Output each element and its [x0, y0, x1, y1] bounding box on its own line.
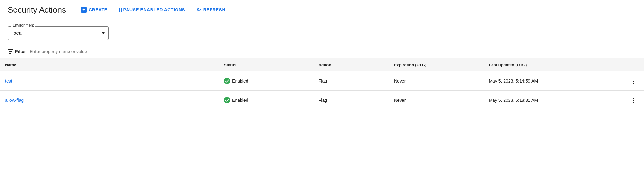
table-row: allow-flag Enabled FlagNeverMay 5, 2023,…	[0, 91, 644, 110]
cell-expiration: Never	[389, 91, 484, 110]
enabled-icon	[224, 78, 230, 84]
filter-input[interactable]	[30, 49, 636, 54]
filter-label: Filter	[15, 49, 26, 54]
refresh-icon: ↻	[196, 6, 201, 13]
cell-last-updated: May 5, 2023, 5:18:31 AM	[484, 91, 623, 110]
col-header-actions	[623, 58, 644, 71]
cell-name: test	[0, 71, 219, 91]
create-button[interactable]: + CREATE	[76, 4, 113, 15]
header-actions: + CREATE PAUSE ENABLED ACTIONS ↻ REFRESH	[76, 4, 230, 16]
refresh-button[interactable]: ↻ REFRESH	[191, 4, 230, 16]
environment-select-wrapper: Environment local production staging	[8, 26, 109, 40]
row-name-link[interactable]: allow-flag	[5, 98, 24, 103]
col-header-last-updated[interactable]: Last updated (UTC) ↑	[484, 58, 623, 71]
create-label: CREATE	[89, 7, 108, 12]
cell-status: Enabled	[219, 91, 313, 110]
row-name-link[interactable]: test	[5, 78, 12, 83]
refresh-label: REFRESH	[203, 7, 225, 12]
page-header: Security Actions + CREATE PAUSE ENABLED …	[0, 0, 644, 20]
cell-more-options: ⋮	[623, 71, 644, 91]
table-row: test Enabled FlagNeverMay 5, 2023, 5:14:…	[0, 71, 644, 91]
create-icon: +	[81, 7, 87, 13]
cell-expiration: Never	[389, 71, 484, 91]
cell-action: Flag	[313, 91, 389, 110]
table-wrapper: Name Status Action Expiration (UTC) Last…	[0, 58, 644, 110]
cell-name: allow-flag	[0, 91, 219, 110]
environment-select[interactable]: local production staging	[8, 26, 109, 40]
cell-action: Flag	[313, 71, 389, 91]
filter-icon	[8, 49, 13, 54]
filter-section: Filter	[0, 45, 644, 58]
table-header-row: Name Status Action Expiration (UTC) Last…	[0, 58, 644, 71]
pause-label: PAUSE ENABLED ACTIONS	[123, 7, 185, 12]
col-header-name: Name	[0, 58, 219, 71]
cell-more-options: ⋮	[623, 91, 644, 110]
page-title: Security Actions	[8, 5, 66, 15]
col-header-expiration: Expiration (UTC)	[389, 58, 484, 71]
col-header-action: Action	[313, 58, 389, 71]
pause-button[interactable]: PAUSE ENABLED ACTIONS	[114, 5, 190, 15]
more-options-button[interactable]: ⋮	[628, 95, 639, 105]
environment-section: Environment local production staging	[0, 20, 644, 45]
filter-label-wrapper[interactable]: Filter	[8, 49, 26, 54]
status-label: Enabled	[232, 78, 248, 83]
enabled-icon	[224, 97, 230, 103]
col-header-status: Status	[219, 58, 313, 71]
status-label: Enabled	[232, 98, 248, 103]
security-actions-table: Name Status Action Expiration (UTC) Last…	[0, 58, 644, 110]
pause-icon	[119, 8, 122, 12]
last-updated-label: Last updated (UTC)	[489, 63, 527, 67]
sort-arrow-icon: ↑	[528, 62, 530, 68]
environment-label: Environment	[11, 23, 35, 28]
more-options-button[interactable]: ⋮	[628, 76, 639, 86]
cell-status: Enabled	[219, 71, 313, 91]
cell-last-updated: May 5, 2023, 5:14:59 AM	[484, 71, 623, 91]
